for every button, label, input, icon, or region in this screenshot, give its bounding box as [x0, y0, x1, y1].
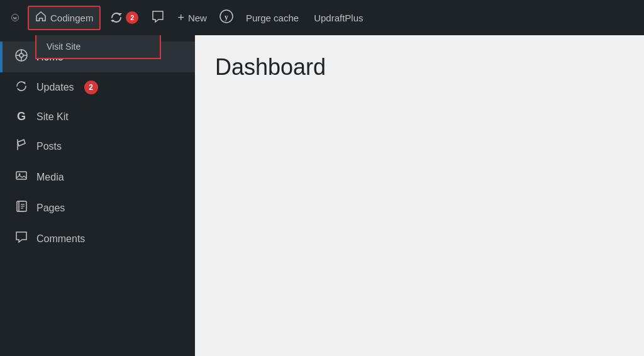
sidebar-updates-badge: 2 — [84, 81, 98, 94]
page-title: Dashboard — [215, 54, 624, 81]
sidebar-item-posts[interactable]: Posts — [0, 131, 195, 162]
purge-cache-button[interactable]: Purge cache — [240, 9, 305, 27]
site-kit-icon: G — [14, 110, 29, 123]
sidebar-item-media[interactable]: Media — [0, 162, 195, 192]
svg-text:y: y — [225, 13, 228, 21]
main-layout: Home Updates 2 G Site Kit — [0, 35, 644, 356]
updates-sidebar-icon — [14, 80, 29, 95]
sidebar-posts-label: Posts — [36, 141, 62, 152]
sidebar-comments-label: Comments — [36, 233, 85, 245]
visit-site-item[interactable]: Visit Site — [36, 35, 160, 58]
sidebar-item-pages[interactable]: Pages — [0, 192, 195, 223]
svg-point-14 — [19, 174, 21, 175]
comments-sidebar-icon — [14, 231, 29, 247]
site-dropdown-menu: Visit Site — [35, 35, 161, 59]
updates-button[interactable]: 2 — [103, 7, 145, 28]
sidebar-site-kit-label: Site Kit — [36, 111, 69, 123]
sidebar-item-updates[interactable]: Updates 2 — [0, 72, 195, 103]
sidebar-item-comments[interactable]: Comments — [0, 223, 195, 254]
admin-bar: W Codingem 2 + New y P — [0, 0, 644, 35]
posts-icon — [14, 138, 29, 154]
comments-button[interactable] — [147, 6, 169, 30]
home-icon — [35, 11, 47, 25]
content-area: Dashboard — [195, 35, 644, 356]
sidebar: Home Updates 2 G Site Kit — [0, 35, 195, 356]
updraft-label: UpdraftPlus — [314, 13, 363, 23]
svg-rect-13 — [16, 172, 26, 179]
purge-cache-label: Purge cache — [246, 13, 299, 23]
new-content-button[interactable]: + New — [171, 8, 213, 28]
wp-logo-button[interactable]: W — [5, 8, 25, 28]
update-count-badge: 2 — [126, 11, 138, 24]
svg-text:W: W — [13, 16, 18, 20]
sidebar-media-label: Media — [36, 172, 64, 183]
media-icon — [14, 169, 29, 185]
new-label: New — [188, 13, 207, 23]
site-name-button[interactable]: Codingem — [28, 6, 101, 30]
sidebar-item-site-kit[interactable]: G Site Kit — [0, 103, 195, 131]
plus-icon: + — [177, 11, 184, 25]
dashboard-icon — [14, 49, 29, 65]
updraftplus-button[interactable]: UpdraftPlus — [308, 9, 369, 27]
pages-icon — [14, 200, 29, 216]
refresh-icon — [109, 11, 123, 25]
sidebar-updates-label: Updates — [36, 82, 74, 93]
site-name-label: Codingem — [50, 13, 93, 23]
yoast-button[interactable]: y — [216, 6, 237, 30]
svg-point-7 — [19, 53, 23, 57]
visit-site-label: Visit Site — [47, 42, 80, 52]
sidebar-pages-label: Pages — [36, 203, 65, 214]
